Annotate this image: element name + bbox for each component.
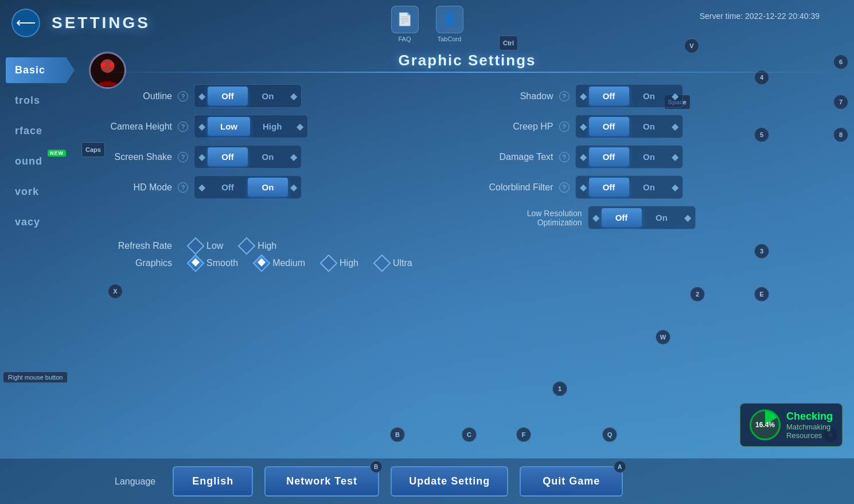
sidebar-label-controls: trols — [15, 95, 40, 106]
hdmode-off-btn[interactable]: Off — [208, 178, 248, 197]
shadow-arrow-left: ◆ — [578, 91, 589, 101]
quit-game-button[interactable]: Quit Game A — [520, 466, 623, 497]
colorblind-on-btn[interactable]: On — [629, 178, 669, 197]
graphics-high-option[interactable]: High — [322, 257, 358, 269]
checking-widget: 16.4% Checking Matchmaking Resources — [740, 403, 843, 447]
checking-label: Checking — [786, 411, 833, 423]
colorblind-help[interactable]: ? — [559, 182, 570, 193]
lowres-off-btn[interactable]: Off — [602, 208, 642, 227]
main-content: Graphic Settings Outline ? ◆ Off On ◆ Sh… — [80, 46, 854, 458]
camera-arrow-right: ◆ — [294, 121, 306, 132]
faq-button[interactable]: 📄 FAQ — [391, 6, 419, 42]
outline-arrow-right: ◆ — [288, 91, 299, 101]
progress-circle: 16.4% — [750, 409, 781, 440]
refresh-low-option[interactable]: Low — [189, 240, 223, 252]
damagetext-arrow-left: ◆ — [578, 151, 589, 162]
screenshake-label: Screen Shake — [98, 152, 172, 162]
camera-high-btn[interactable]: High — [250, 117, 294, 136]
network-test-button[interactable]: Network Test B — [264, 466, 379, 497]
setting-row-damagetext: Damage Text ? ◆ Off On ◆ — [479, 145, 837, 169]
bottom-bar: Language English Network Test B Update S… — [0, 458, 854, 504]
creephp-off-btn[interactable]: Off — [589, 117, 629, 136]
tabcord-button[interactable]: 👤 TabCord — [436, 6, 463, 42]
lowres-arrow-right: ◆ — [682, 212, 693, 223]
graphics-medium-option[interactable]: Medium — [255, 257, 305, 269]
checking-sub2: Resources — [786, 431, 833, 440]
setting-row-screenshake: Screen Shake ? ◆ Off On ◆ — [98, 145, 456, 169]
colorblind-label: Colorblind Filter — [479, 182, 553, 193]
faq-icon: 📄 — [391, 6, 419, 33]
refresh-low-diamond — [186, 237, 204, 255]
setting-row-hdmode: HD Mode ? ◆ Off On ◆ — [98, 175, 456, 199]
page-title: SETTINGS — [52, 14, 150, 32]
checking-text: Checking Matchmaking Resources — [786, 411, 833, 440]
setting-row-creephp: Creep HP ? ◆ Off On ◆ — [479, 115, 837, 138]
sidebar-label-basic: Basic — [15, 64, 45, 76]
setting-row-shadow: Shadow ? ◆ Off On ◆ — [479, 84, 837, 108]
outline-on-btn[interactable]: On — [248, 87, 288, 106]
creephp-on-btn[interactable]: On — [629, 117, 669, 136]
colorblind-arrow-right: ◆ — [669, 182, 681, 193]
hdmode-on-btn[interactable]: On — [248, 178, 288, 197]
creephp-help[interactable]: ? — [559, 122, 570, 132]
english-button[interactable]: English — [173, 466, 253, 497]
outline-label: Outline — [98, 91, 172, 101]
sidebar-item-privacy[interactable]: vacy — [6, 209, 75, 235]
camera-low-btn[interactable]: Low — [208, 117, 250, 136]
refresh-label: Refresh Rate — [98, 241, 172, 251]
lowres-arrow-left: ◆ — [590, 212, 602, 223]
outline-help[interactable]: ? — [178, 91, 188, 101]
damagetext-off-btn[interactable]: Off — [589, 147, 629, 166]
graphics-ultra-option[interactable]: Ultra — [376, 257, 412, 269]
shadow-off-btn[interactable]: Off — [589, 87, 629, 106]
graphics-ultra-diamond — [373, 254, 391, 272]
creephp-arrow-right: ◆ — [669, 121, 681, 132]
screenshake-on-btn[interactable]: On — [248, 147, 288, 166]
colorblind-arrow-left: ◆ — [578, 182, 589, 193]
colorblind-off-btn[interactable]: Off — [589, 178, 629, 197]
refresh-high-option[interactable]: High — [240, 240, 276, 252]
graphics-medium-label: Medium — [272, 258, 305, 268]
damagetext-on-btn[interactable]: On — [629, 147, 669, 166]
graphics-smooth-option[interactable]: Smooth — [189, 257, 238, 269]
outline-off-btn[interactable]: Off — [208, 87, 248, 106]
sidebar-item-interface[interactable]: rface — [6, 118, 75, 144]
shadow-help[interactable]: ? — [559, 91, 570, 101]
sidebar-item-sound[interactable]: NEW ound — [6, 149, 75, 174]
sidebar-item-network[interactable]: vork — [6, 179, 75, 205]
graphics-high-diamond — [319, 254, 337, 272]
colorblind-toggle: ◆ Off On ◆ — [575, 175, 683, 199]
camera-label: Camera Height — [98, 122, 172, 132]
screenshake-off-btn[interactable]: Off — [208, 147, 248, 166]
damagetext-toggle: ◆ Off On ◆ — [575, 145, 683, 169]
sidebar-item-controls[interactable]: trols — [6, 88, 75, 114]
top-icons: 📄 FAQ 👤 TabCord — [391, 6, 463, 42]
empty-spacer — [98, 206, 456, 229]
graphics-smooth-diamond — [186, 254, 204, 272]
graphics-medium-diamond — [253, 254, 271, 272]
network-test-kbd: B — [370, 460, 383, 473]
graphics-smooth-label: Smooth — [206, 258, 238, 268]
camera-help[interactable]: ? — [178, 122, 188, 132]
section-title: Graphic Settings — [98, 52, 837, 69]
setting-row-refresh: Refresh Rate Low High — [98, 240, 837, 252]
settings-grid: Outline ? ◆ Off On ◆ Shadow ? ◆ Off On ◆… — [98, 84, 837, 229]
shadow-on-btn[interactable]: On — [629, 87, 669, 106]
hdmode-help[interactable]: ? — [178, 182, 188, 193]
hdmode-arrow-right: ◆ — [288, 182, 299, 193]
lowres-on-btn[interactable]: On — [642, 208, 682, 227]
lowres-label: Low ResolutionOptimization — [479, 209, 582, 227]
tabcord-icon: 👤 — [436, 6, 463, 33]
shadow-arrow-right: ◆ — [669, 91, 681, 101]
back-button[interactable]: ⟵ — [11, 9, 40, 37]
screenshake-arrow-left: ◆ — [196, 151, 208, 162]
screenshake-help[interactable]: ? — [178, 152, 188, 162]
creephp-toggle: ◆ Off On ◆ — [575, 115, 683, 138]
setting-row-graphics: Graphics Smooth Medium High Ultra — [98, 257, 837, 269]
refresh-high-diamond — [238, 237, 256, 255]
update-setting-button[interactable]: Update Setting — [391, 466, 508, 497]
damagetext-help[interactable]: ? — [559, 152, 570, 162]
camera-toggle: ◆ Low High ◆ — [194, 115, 308, 138]
sidebar-item-basic[interactable]: Basic — [6, 57, 75, 83]
sidebar-label-sound: ound — [15, 155, 42, 167]
